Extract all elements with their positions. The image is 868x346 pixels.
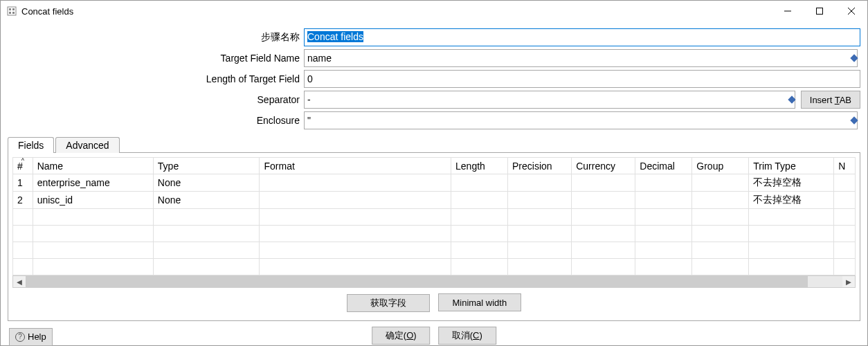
get-fields-button[interactable]: 获取字段 [347,294,430,312]
cell-name[interactable] [33,259,153,275]
insert-tab-button[interactable]: Insert TAB [801,91,860,109]
table-row[interactable] [13,226,856,242]
cell-trim_type[interactable]: 不去掉空格 [749,174,834,192]
minimize-button[interactable] [772,1,804,21]
variable-picker-icon[interactable] [787,95,797,104]
table-row[interactable] [13,259,856,275]
cell-group[interactable] [692,209,749,226]
table-row[interactable]: 2unisc_idNone不去掉空格 [13,192,856,209]
cell-precision[interactable] [507,259,571,275]
minimal-width-button[interactable]: Minimal width [438,293,521,311]
cell-format[interactable] [260,174,451,192]
cancel-button[interactable]: 取消(C) [438,327,496,345]
table-row[interactable] [13,242,856,259]
cell-format[interactable] [260,226,451,242]
cell-length[interactable] [451,174,508,192]
horizontal-scrollbar[interactable]: ◄ ► [12,275,856,288]
cell-type[interactable] [153,209,260,226]
cell-num[interactable]: 1 [13,174,33,192]
cell-name[interactable]: unisc_id [33,192,153,209]
cell-type[interactable] [153,242,260,259]
col-tail[interactable]: N [834,158,856,174]
cell-currency[interactable] [572,192,635,209]
cell-decimal[interactable] [635,192,692,209]
col-name[interactable]: Name [33,158,153,174]
help-button[interactable]: ? Help [9,328,53,346]
cell-format[interactable] [260,242,451,259]
cell-precision[interactable] [507,209,571,226]
cell-precision[interactable] [507,226,571,242]
cell-decimal[interactable] [635,226,692,242]
cell-name[interactable] [33,209,153,226]
cell-group[interactable] [692,174,749,192]
scroll-track[interactable] [26,276,842,287]
cell-group[interactable] [692,226,749,242]
ok-button[interactable]: 确定(O) [372,327,430,345]
cell-num[interactable] [13,259,33,275]
cell-length[interactable] [451,192,508,209]
cell-trim_type[interactable] [749,259,834,275]
cell-tail[interactable] [834,259,856,275]
cell-tail[interactable] [834,242,856,259]
cell-trim_type[interactable] [749,226,834,242]
maximize-button[interactable] [804,1,835,21]
cell-group[interactable] [692,242,749,259]
cell-group[interactable] [692,192,749,209]
target-field-name-input[interactable] [304,49,858,67]
cell-type[interactable]: None [153,174,260,192]
cell-precision[interactable] [507,192,571,209]
cell-tail[interactable] [834,209,856,226]
cell-tail[interactable] [834,192,856,209]
variable-picker-icon[interactable] [849,53,859,63]
cell-decimal[interactable] [635,209,692,226]
cell-precision[interactable] [507,242,571,259]
cell-num[interactable] [13,226,33,242]
col-trim-type[interactable]: Trim Type [749,158,834,174]
cell-currency[interactable] [572,209,635,226]
scroll-right-icon[interactable]: ► [842,276,855,287]
col-num[interactable]: # [13,158,33,174]
cell-group[interactable] [692,259,749,275]
cell-trim_type[interactable] [749,242,834,259]
cell-num[interactable] [13,209,33,226]
col-decimal[interactable]: Decimal [635,158,692,174]
close-button[interactable] [835,1,867,21]
cell-format[interactable] [260,259,451,275]
tab-advanced[interactable]: Advanced [55,137,119,153]
cell-currency[interactable] [572,259,635,275]
cell-currency[interactable] [572,174,635,192]
cell-type[interactable] [153,226,260,242]
cell-name[interactable] [33,226,153,242]
col-format[interactable]: Format [260,158,451,174]
cell-currency[interactable] [572,226,635,242]
cell-type[interactable] [153,259,260,275]
col-currency[interactable]: Currency [572,158,635,174]
cell-tail[interactable] [834,226,856,242]
cell-decimal[interactable] [635,174,692,192]
cell-name[interactable]: enterprise_name [33,174,153,192]
cell-num[interactable] [13,242,33,259]
cell-tail[interactable] [834,174,856,192]
cell-type[interactable]: None [153,192,260,209]
col-length[interactable]: Length [451,158,508,174]
cell-length[interactable] [451,209,508,226]
table-row[interactable] [13,209,856,226]
col-group[interactable]: Group [692,158,749,174]
step-name-input[interactable]: Concat fields [304,28,860,46]
cell-format[interactable] [260,192,451,209]
variable-picker-icon[interactable] [849,116,859,125]
cell-decimal[interactable] [635,259,692,275]
cell-length[interactable] [451,259,508,275]
cell-format[interactable] [260,209,451,226]
scroll-left-icon[interactable]: ◄ [13,276,26,287]
cell-trim_type[interactable] [749,209,834,226]
cell-num[interactable]: 2 [13,192,33,209]
table-row[interactable]: 1enterprise_nameNone不去掉空格 [13,174,856,192]
enclosure-input[interactable] [304,111,858,129]
cell-length[interactable] [451,226,508,242]
cell-precision[interactable] [507,174,571,192]
tab-fields[interactable]: Fields [8,137,54,153]
cell-name[interactable] [33,242,153,259]
fields-table[interactable]: # Name Type Format Length Precision Curr… [12,157,856,275]
cell-length[interactable] [451,242,508,259]
